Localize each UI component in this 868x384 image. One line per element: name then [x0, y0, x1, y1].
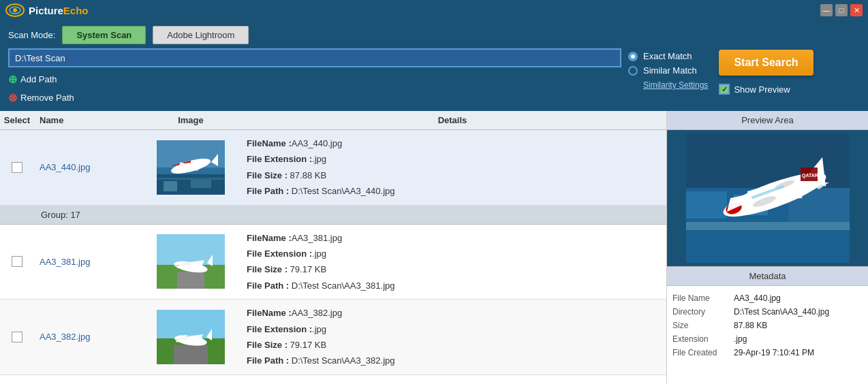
scan-mode-label: Scan Mode:: [8, 30, 55, 40]
meta-created-val: 29-Apr-19 7:10:41 PM: [734, 348, 814, 357]
header-name: Name: [34, 115, 143, 125]
row-select-cell: [0, 256, 34, 267]
metadata-section: Metadata File Name AA3_440.jpg Directory…: [667, 266, 868, 384]
path-value: D:\Test Scan\AA3_440.jpg: [289, 186, 394, 196]
row-checkbox[interactable]: [12, 332, 22, 342]
group-number-value: 17: [70, 210, 80, 220]
row-filename[interactable]: AA3_440.jpg: [34, 162, 143, 172]
path-value: D:\Test Scan\AA3_382.jpg: [289, 355, 394, 366]
plus-icon: ⊕: [8, 73, 17, 86]
extension-value: .jpg: [312, 324, 326, 334]
path-label: File Path :: [247, 186, 289, 196]
row-select-cell: [0, 332, 34, 342]
logo-text: PictureEcho: [29, 5, 89, 16]
app-container: Scan Mode: System Scan Adobe Lightroom ⊕…: [0, 20, 868, 384]
extension-value: .jpg: [312, 154, 326, 164]
remove-path-label: Remove Path: [20, 93, 74, 103]
filename-value: AA3_381.jpg: [292, 233, 342, 243]
preview-image: QATAR: [686, 133, 850, 263]
svg-rect-13: [191, 180, 211, 188]
size-label: File Size :: [247, 170, 288, 180]
row-checkbox[interactable]: [12, 256, 22, 267]
path-actions: ⊕ Add Path ⊗ Remove Path: [8, 71, 621, 106]
preview-area-header: Preview Area: [667, 111, 868, 130]
path-input[interactable]: [8, 48, 621, 67]
svg-rect-37: [686, 222, 850, 230]
check-icon: ✓: [722, 85, 728, 94]
row-filename[interactable]: AA3_381.jpg: [34, 257, 143, 267]
table-row: AA3_440.jpg: [0, 130, 666, 206]
size-value: 79.17 KB: [288, 340, 326, 350]
filename-label: FileName :: [247, 138, 292, 148]
maximize-button[interactable]: □: [835, 4, 848, 16]
header-select: Select: [0, 115, 34, 125]
meta-size-key: Size: [672, 321, 734, 330]
svg-text:QATAR: QATAR: [802, 173, 818, 178]
extension-label: File Extension :: [247, 154, 312, 164]
row-image-cell: [143, 231, 238, 291]
adobe-lightroom-tab[interactable]: Adobe Lightroom: [153, 26, 249, 44]
path-label: File Path :: [247, 281, 289, 291]
table-row: AA3_381.jpg: [0, 225, 666, 300]
meta-extension-key: Extension: [672, 334, 734, 344]
meta-extension-val: .jpg: [734, 334, 747, 344]
titlebar: PictureEcho — □ ✕: [0, 0, 868, 20]
similarity-settings-row: Similarity Settings: [628, 80, 708, 90]
remove-path-button[interactable]: ⊗ Remove Path: [8, 90, 621, 106]
thumbnail-image: [157, 140, 225, 195]
row-filename[interactable]: AA3_382.jpg: [34, 332, 143, 342]
svg-rect-12: [164, 181, 177, 191]
content-area: Select Name Image Details AA3_440.jpg: [0, 111, 868, 384]
svg-rect-26: [174, 345, 208, 364]
meta-filename-row: File Name AA3_440.jpg: [672, 291, 863, 305]
thumbnail-image: [157, 234, 225, 289]
show-preview-checkbox[interactable]: ✓: [719, 84, 730, 95]
metadata-table: File Name AA3_440.jpg Directory D:\Test …: [667, 286, 868, 365]
group-row: Group: 17: [0, 206, 666, 225]
system-scan-tab[interactable]: System Scan: [62, 26, 146, 44]
header-image: Image: [143, 115, 238, 125]
svg-rect-15: [157, 234, 225, 265]
right-panel: Preview Area: [667, 111, 868, 384]
left-panel: Select Name Image Details AA3_440.jpg: [0, 111, 667, 384]
svg-rect-17: [177, 272, 204, 289]
meta-filename-val: AA3_440.jpg: [734, 293, 781, 303]
path-label: File Path :: [247, 355, 289, 366]
scan-mode-row: Scan Mode: System Scan Adobe Lightroom: [8, 26, 860, 44]
minimize-button[interactable]: —: [820, 4, 833, 16]
row-image-cell: [143, 138, 238, 197]
app-logo: PictureEcho: [5, 3, 89, 18]
table-header: Select Name Image Details: [0, 111, 666, 130]
row-details-cell: FileName :AA3_381.jpg File Extension :.j…: [238, 225, 666, 300]
meta-created-key: File Created: [672, 348, 734, 357]
add-path-label: Add Path: [20, 74, 57, 84]
table-row: AA3_382.jpg: [0, 300, 666, 375]
top-section: Scan Mode: System Scan Adobe Lightroom ⊕…: [0, 20, 868, 111]
add-path-button[interactable]: ⊕ Add Path: [8, 71, 621, 87]
meta-size-row: Size 87.88 KB: [672, 319, 863, 332]
size-value: 87.88 KB: [288, 170, 326, 180]
filename-value: AA3_440.jpg: [292, 138, 342, 148]
similar-match-radio[interactable]: [628, 66, 638, 76]
meta-directory-row: Directory D:\Test Scan\AA3_440.jpg: [672, 305, 863, 319]
row-checkbox[interactable]: [12, 162, 22, 173]
extension-value: .jpg: [312, 249, 326, 259]
close-button[interactable]: ✕: [850, 4, 863, 16]
svg-rect-34: [686, 191, 727, 219]
exact-match-radio[interactable]: [628, 52, 638, 61]
thumbnail-image: [157, 310, 225, 364]
size-value: 79.17 KB: [288, 264, 326, 274]
svg-point-2: [13, 8, 17, 12]
logo-icon: [5, 3, 25, 18]
similarity-settings-link[interactable]: Similarity Settings: [643, 80, 708, 90]
row-details-cell: FileName :AA3_382.jpg File Extension :.j…: [238, 300, 666, 374]
start-search-button[interactable]: Start Search: [719, 50, 813, 76]
metadata-header: Metadata: [667, 266, 868, 286]
size-label: File Size :: [247, 264, 288, 274]
row-details-cell: FileName :AA3_440.jpg File Extension :.j…: [238, 130, 666, 205]
group-label: Group:: [41, 210, 68, 220]
row-select-cell: [0, 162, 34, 173]
header-details: Details: [238, 115, 666, 125]
extension-label: File Extension :: [247, 249, 312, 259]
exact-match-label: Exact Match: [643, 51, 692, 61]
